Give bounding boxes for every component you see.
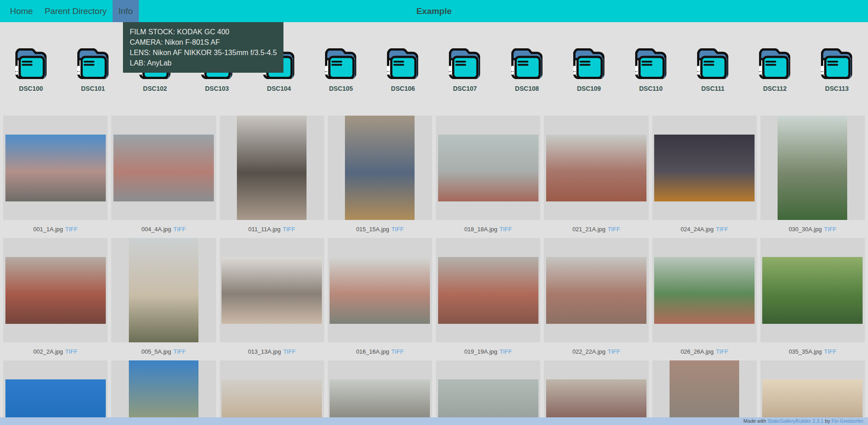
folder-item-dsc111[interactable]: DSC111 — [682, 47, 744, 92]
photo-thumbnail-buildings-and-hill[interactable] — [129, 238, 198, 342]
nav-item-home[interactable]: Home — [4, 0, 39, 22]
photo-filename: 004_4A.jpg — [142, 226, 171, 233]
photo-thumbnail-bridge-and-roofs[interactable] — [438, 257, 538, 324]
photo-cell: 004_4A.jpgTIFF — [111, 116, 216, 238]
folder-label: DSC113 — [825, 85, 849, 92]
photo-cell — [328, 360, 432, 425]
photo-thumbnail-old-town-hall-tower[interactable] — [237, 116, 307, 220]
photo-thumbnail-trees-over-city[interactable] — [778, 116, 847, 220]
folder-label: DSC104 — [267, 85, 291, 92]
photo-thumbnail-street-from-above[interactable] — [670, 360, 739, 425]
folder-item-dsc100[interactable]: DSC100 — [0, 47, 62, 92]
photo-thumbnail-street-with-tram-tracks[interactable] — [5, 135, 106, 201]
footer-author-link[interactable]: Flo Greistorfer. — [831, 418, 864, 424]
folder-item-dsc109[interactable]: DSC109 — [558, 47, 620, 92]
photo-cell: 002_2A.jpgTIFF — [3, 238, 108, 360]
folder-icon — [447, 47, 482, 79]
photo-thumbnail-night-lit-towers[interactable] — [654, 135, 755, 201]
folder-icon — [509, 47, 545, 79]
photo-cell: 022_22A.jpgTIFF — [544, 238, 648, 360]
folder-item-dsc101[interactable]: DSC101 — [62, 47, 124, 92]
folder-icon — [571, 47, 607, 79]
thumb-box — [652, 238, 757, 342]
photo-filename: 016_16A.jpg — [356, 348, 389, 355]
tiff-link[interactable]: TIFF — [500, 226, 512, 233]
nav-item-info[interactable]: Info — [113, 0, 139, 22]
photo-filename: 021_21A.jpg — [572, 226, 605, 233]
photo-thumbnail-hillside-tower-sky[interactable] — [129, 360, 198, 425]
photo-cell — [3, 360, 108, 425]
tiff-link[interactable]: TIFF — [174, 348, 186, 355]
nav-links: HomeParent DirectoryInfo — [0, 0, 139, 22]
photo-thumbnail-river-and-castle[interactable] — [330, 257, 430, 324]
photo-cell — [220, 360, 324, 425]
thumb-box — [111, 360, 216, 425]
footer-made-with: Made with — [743, 418, 766, 424]
photo-thumbnail-astronomical-clock[interactable] — [345, 116, 415, 220]
folder-item-dsc105[interactable]: DSC105 — [310, 47, 372, 92]
folder-item-dsc113[interactable]: DSC113 — [806, 47, 868, 92]
folder-icon — [323, 47, 359, 79]
photo-cell: 035_35A.jpgTIFF — [760, 238, 865, 360]
tiff-link[interactable]: TIFF — [608, 348, 620, 355]
photo-caption: 030_30A.jpgTIFF — [760, 220, 865, 238]
thumb-box — [544, 360, 648, 425]
photo-caption: 035_35A.jpgTIFF — [760, 342, 865, 360]
tiff-link[interactable]: TIFF — [500, 348, 512, 355]
tiff-link[interactable]: TIFF — [283, 348, 295, 355]
tiff-link[interactable]: TIFF — [608, 226, 620, 233]
footer-builder-link[interactable]: StaticGalleryBuilder 2.3.1 — [768, 418, 824, 424]
photo-cell: 018_18A.jpgTIFF — [436, 116, 540, 238]
nav-item-parent-directory[interactable]: Parent Directory — [39, 0, 113, 22]
photo-thumbnail-tyn-church-spires[interactable] — [222, 257, 322, 324]
photo-caption: 015_15A.jpgTIFF — [328, 220, 432, 238]
tiff-link[interactable]: TIFF — [65, 226, 77, 233]
photo-caption: 024_24A.jpgTIFF — [652, 220, 757, 238]
folder-item-dsc107[interactable]: DSC107 — [434, 47, 496, 92]
folder-label: DSC105 — [329, 85, 353, 92]
folder-item-dsc106[interactable]: DSC106 — [372, 47, 434, 92]
tiff-link[interactable]: TIFF — [392, 226, 404, 233]
folder-item-dsc110[interactable]: DSC110 — [620, 47, 682, 92]
tooltip-line: FILM STOCK: KODAK GC 400 — [130, 27, 277, 37]
tiff-link[interactable]: TIFF — [824, 226, 836, 233]
tiff-link[interactable]: TIFF — [716, 226, 728, 233]
photo-filename: 005_5A.jpg — [142, 348, 171, 355]
folder-item-dsc108[interactable]: DSC108 — [496, 47, 558, 92]
tooltip-line: CAMERA: Nikon F-801S AF — [130, 37, 277, 47]
photo-thumbnail-green-foliage[interactable] — [762, 257, 863, 324]
folder-icon — [14, 47, 49, 79]
tiff-link[interactable]: TIFF — [283, 226, 295, 233]
folder-label: DSC103 — [205, 85, 229, 92]
photo-cell: 024_24A.jpgTIFF — [652, 116, 757, 238]
tiff-link[interactable]: TIFF — [716, 348, 728, 355]
folder-label: DSC101 — [81, 85, 105, 92]
tiff-link[interactable]: TIFF — [392, 348, 404, 355]
photo-thumbnail-city-panorama-castle[interactable] — [546, 257, 646, 324]
thumb-box — [328, 116, 432, 220]
tiff-link[interactable]: TIFF — [824, 348, 836, 355]
folder-label: DSC109 — [577, 85, 601, 92]
thumb-box — [3, 238, 108, 342]
photo-cell: 030_30A.jpgTIFF — [760, 116, 865, 238]
photo-thumbnail-castle-and-red-roofs[interactable] — [546, 135, 646, 201]
photo-thumbnail-red-rooftops-spires[interactable] — [5, 257, 106, 324]
tiff-link[interactable]: TIFF — [174, 226, 186, 233]
photo-filename: 026_26A.jpg — [680, 348, 713, 355]
photo-filename: 035_35A.jpg — [789, 348, 822, 355]
folder-item-dsc112[interactable]: DSC112 — [744, 47, 806, 92]
photo-caption: 018_18A.jpgTIFF — [436, 220, 540, 238]
folder-label: DSC100 — [19, 85, 43, 92]
photo-cell: 001_1A.jpgTIFF — [3, 116, 108, 238]
tiff-link[interactable]: TIFF — [65, 348, 77, 355]
folder-icon — [633, 47, 669, 79]
photo-thumbnail-roofs-green-hill[interactable] — [654, 257, 755, 324]
photo-thumbnail-rooftop-street-view[interactable] — [113, 135, 214, 201]
photo-caption: 005_5A.jpgTIFF — [111, 342, 216, 360]
photo-filename: 015_15A.jpg — [356, 226, 389, 233]
thumb-box — [436, 116, 540, 220]
photo-thumbnail-hazy-city-panorama[interactable] — [438, 135, 538, 201]
footer: Made withStaticGalleryBuilder 2.3.1byFlo… — [0, 417, 868, 425]
folder-label: DSC106 — [391, 85, 415, 92]
photo-cell: 021_21A.jpgTIFF — [544, 116, 648, 238]
